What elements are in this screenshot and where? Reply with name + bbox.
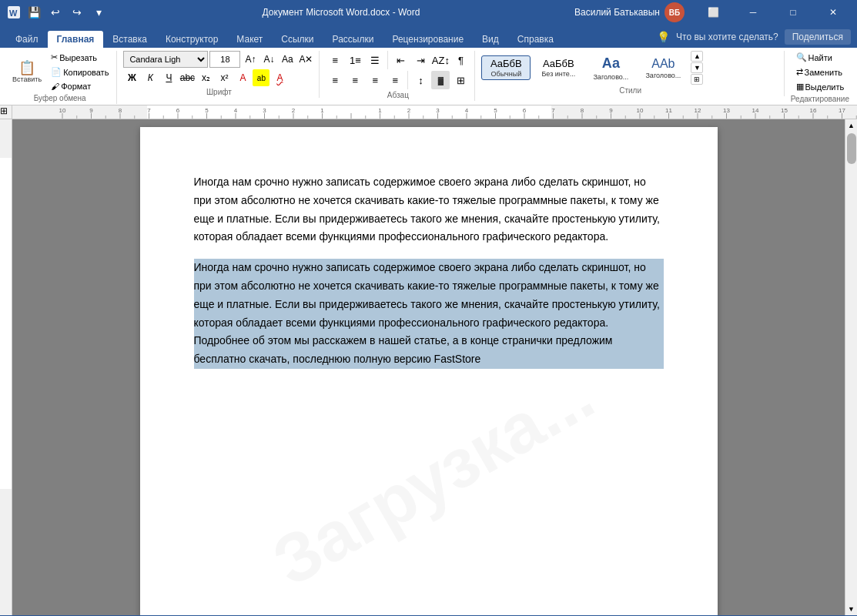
redo-button[interactable]: ↪: [68, 3, 86, 22]
paragraph-2-selected[interactable]: Иногда нам срочно нужно записать содержи…: [194, 259, 664, 369]
tab-review[interactable]: Рецензирование: [383, 31, 473, 48]
tab-design[interactable]: Конструктор: [156, 31, 227, 48]
ruler-corner[interactable]: ⊞: [0, 105, 12, 119]
bold-button[interactable]: Ж: [123, 69, 140, 86]
minimize-button[interactable]: ─: [735, 0, 771, 25]
underline-button[interactable]: Ч: [160, 69, 177, 86]
svg-text:11: 11: [665, 107, 672, 114]
font-grow-button[interactable]: A↑: [242, 51, 259, 68]
vertical-scrollbar[interactable]: ▲ ▼: [845, 119, 857, 615]
subscript-button[interactable]: x₂: [197, 69, 214, 86]
replace-button[interactable]: ⇄ Заменить: [793, 65, 845, 79]
format-painter-button[interactable]: 🖌 Формат: [48, 80, 112, 92]
show-marks-button[interactable]: ¶: [451, 51, 470, 69]
change-case-button[interactable]: Aa: [279, 51, 296, 68]
title-bar-left: W 💾 ↩ ↪ ▾: [6, 3, 108, 22]
svg-text:7: 7: [551, 107, 555, 114]
align-right-button[interactable]: ≡: [366, 71, 384, 89]
copy-button[interactable]: 📄 Копировать: [48, 65, 112, 79]
select-icon: ▦: [796, 82, 804, 92]
align-left-button[interactable]: ≡: [326, 71, 344, 89]
ribbon-group-clipboard: 📋 Вставить ✂ Вырезать 📄 Копировать 🖌 Фор…: [3, 51, 117, 104]
styles-scroll-up[interactable]: ▲: [691, 51, 703, 62]
horizontal-ruler: // Will be generated via JS below 109876…: [12, 105, 857, 119]
increase-indent-button[interactable]: ⇥: [411, 51, 430, 69]
font-name-select[interactable]: Candara Ligh: [123, 51, 208, 68]
line-spacing-button[interactable]: ↕: [411, 71, 430, 89]
tab-insert[interactable]: Вставка: [103, 31, 156, 48]
save-button[interactable]: 💾: [25, 3, 43, 22]
find-button[interactable]: 🔍 Найти: [793, 51, 835, 64]
svg-text:10: 10: [637, 107, 644, 114]
tab-help[interactable]: Справка: [508, 31, 563, 48]
font-color-button[interactable]: A: [271, 69, 288, 86]
svg-text:1: 1: [320, 107, 324, 114]
scroll-thumb[interactable]: [847, 133, 856, 164]
numbered-list-button[interactable]: 1≡: [346, 51, 364, 69]
multilevel-list-button[interactable]: ☰: [366, 51, 384, 69]
edit-label: Редактирование: [791, 95, 849, 103]
shading-button[interactable]: ▓: [431, 71, 450, 89]
style-no-spacing[interactable]: АаБбВ Без инте...: [534, 55, 583, 81]
document-page[interactable]: Загрузка... Иногда нам срочно нужно запи…: [140, 127, 718, 615]
undo-button[interactable]: ↩: [46, 3, 65, 22]
svg-text:9: 9: [89, 107, 93, 114]
ribbon-group-para: ≡ 1≡ ☰ ⇤ ⇥ AZ↕ ¶ ≡ ≡ ≡ ≡ ↕ ▓ ⊞: [321, 51, 475, 101]
superscript-button[interactable]: x²: [216, 69, 233, 86]
tab-mailings[interactable]: Рассылки: [323, 31, 383, 48]
svg-text:1: 1: [378, 107, 382, 114]
title-bar: W 💾 ↩ ↪ ▾ Документ Microsoft Word.docx -…: [0, 0, 857, 25]
select-button[interactable]: ▦ Выделить: [793, 80, 848, 93]
ribbon-group-editing: 🔍 Найти ⇄ Заменить ▦ Выделить Редактиров…: [786, 51, 854, 105]
svg-text:5: 5: [494, 107, 497, 114]
maximize-button[interactable]: □: [775, 0, 811, 25]
scroll-down-button[interactable]: ▼: [845, 603, 858, 615]
scroll-up-button[interactable]: ▲: [845, 119, 858, 132]
svg-text:7: 7: [147, 107, 151, 114]
style-normal[interactable]: АаБбВ Обычный: [481, 55, 531, 81]
tab-home[interactable]: Главная: [48, 31, 104, 48]
paste-button[interactable]: 📋 Вставить: [8, 58, 46, 86]
ribbon-collapse-button[interactable]: ⬜: [695, 0, 731, 25]
font-shrink-button[interactable]: A↓: [260, 51, 277, 68]
sort-button[interactable]: AZ↕: [431, 51, 450, 69]
style-heading1[interactable]: Аа Заголово...: [586, 52, 635, 82]
highlight-button[interactable]: ab: [253, 69, 269, 86]
text-color-button[interactable]: A: [234, 69, 251, 86]
decrease-indent-button[interactable]: ⇤: [391, 51, 410, 69]
para-label: Абзац: [326, 91, 470, 99]
word-icon: W: [6, 5, 22, 20]
clear-format-button[interactable]: A✕: [297, 51, 314, 68]
svg-text:6: 6: [523, 107, 527, 114]
replace-icon: ⇄: [796, 67, 803, 77]
ask-action[interactable]: Что вы хотите сделать?: [676, 32, 778, 42]
align-justify-button[interactable]: ≡: [386, 71, 404, 89]
tab-view[interactable]: Вид: [473, 31, 508, 48]
svg-text:8: 8: [581, 107, 584, 114]
styles-gallery: АаБбВ Обычный АаБбВ Без инте... Аа Загол…: [481, 52, 688, 82]
document-title: Документ Microsoft Word.docx - Word: [108, 7, 574, 18]
tab-references[interactable]: Ссылки: [272, 31, 323, 48]
borders-button[interactable]: ⊞: [451, 71, 470, 89]
close-button[interactable]: ✕: [815, 0, 851, 25]
italic-button[interactable]: К: [142, 69, 159, 86]
share-button[interactable]: Поделиться: [785, 29, 851, 45]
strikethrough-button[interactable]: abc: [179, 69, 196, 86]
document-area[interactable]: Загрузка... Загрузка... Иногда нам срочн…: [12, 119, 845, 615]
user-avatar[interactable]: ВБ: [665, 2, 685, 22]
svg-text:10: 10: [59, 107, 66, 114]
svg-text:9: 9: [609, 107, 613, 114]
bullets-button[interactable]: ≡: [326, 51, 344, 69]
vertical-ruler: [0, 119, 12, 615]
tab-file[interactable]: Файл: [6, 31, 48, 48]
cut-button[interactable]: ✂ Вырезать: [48, 51, 112, 64]
paste-icon: 📋: [18, 61, 35, 75]
style-heading2[interactable]: ААb Заголово...: [638, 54, 688, 82]
tab-layout[interactable]: Макет: [227, 31, 272, 48]
font-size-input[interactable]: [209, 51, 240, 68]
styles-expand[interactable]: ⊞: [691, 74, 703, 85]
paragraph-1[interactable]: Иногда нам срочно нужно записать содержи…: [194, 173, 664, 246]
customize-button[interactable]: ▾: [89, 3, 108, 22]
styles-scroll-down[interactable]: ▼: [691, 62, 703, 73]
align-center-button[interactable]: ≡: [346, 71, 364, 89]
